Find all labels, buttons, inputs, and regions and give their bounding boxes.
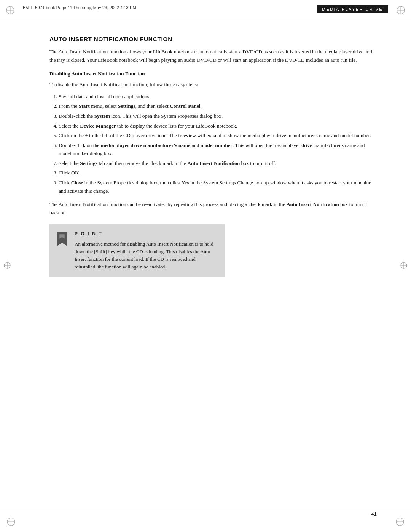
top-header: B5FH-5971.book Page 41 Thursday, May 23,… (0, 0, 411, 21)
corner-mark-tr (395, 5, 406, 16)
intro-paragraph: The Auto Insert Notification function al… (49, 48, 377, 64)
sub-heading: Disabling Auto Insert Notification Funct… (49, 70, 377, 78)
page: B5FH-5971.book Page 41 Thursday, May 23,… (0, 0, 411, 532)
step-2: From the Start menu, select Settings, an… (59, 102, 377, 110)
step-6: Double-click on the media player drive m… (59, 141, 377, 158)
step-5: Click on the + to the left of the CD pla… (59, 131, 377, 140)
chapter-label: Media Player Drive (317, 5, 388, 13)
header-right: Media Player Drive (317, 5, 388, 13)
step-4: Select the Device Manager tab to display… (59, 122, 377, 130)
point-title: P O I N T (75, 230, 217, 238)
point-content: P O I N T An alternative method for disa… (75, 230, 217, 271)
point-text: An alternative method for disabling Auto… (75, 240, 217, 271)
step-7: Select the Settings tab and then remove … (59, 159, 377, 168)
header-file-info: B5FH-5971.book Page 41 Thursday, May 23,… (23, 5, 136, 10)
point-box: P O I N T An alternative method for disa… (49, 224, 225, 277)
corner-mark-tl (5, 5, 16, 16)
corner-mark-br (394, 516, 406, 527)
bottom-bar (0, 511, 411, 532)
section-title: AUTO INSERT NOTIFICATION FUNCTION (49, 35, 377, 44)
step-8: Click OK. (59, 169, 377, 177)
closing-paragraph: The Auto Insert Notification function ca… (49, 200, 377, 217)
step-3: Double-click the System icon. This will … (59, 112, 377, 120)
corner-mark-bl (5, 516, 17, 527)
side-mark-left (4, 254, 11, 278)
main-content: AUTO INSERT NOTIFICATION FUNCTION The Au… (0, 21, 411, 300)
svg-marker-12 (57, 232, 67, 246)
step-1: Save all data and close all open applica… (59, 93, 377, 101)
side-mark-right (400, 254, 407, 278)
steps-list: Save all data and close all open applica… (59, 93, 377, 195)
step-9: Click Close in the System Properties dia… (59, 179, 377, 195)
sub-intro: To disable the Auto Insert Notification … (49, 80, 377, 89)
point-icon (56, 231, 69, 250)
